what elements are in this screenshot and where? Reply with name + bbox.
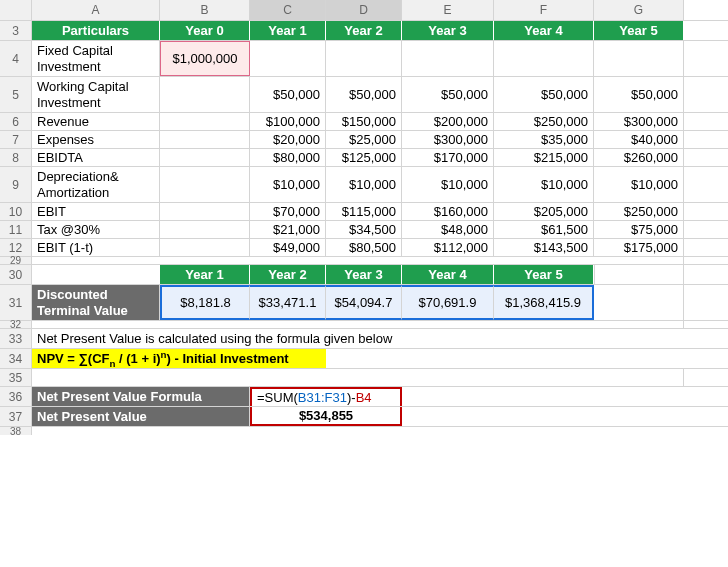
row-header-10[interactable]: 10 <box>0 203 32 220</box>
cell-npv-formula-text[interactable]: NPV = ∑(CFn / (1 + i)n) - Initial Invest… <box>32 349 326 368</box>
cell[interactable]: $250,000 <box>494 113 594 130</box>
cell[interactable]: $10,000 <box>326 167 402 202</box>
cell[interactable]: $300,000 <box>594 113 684 130</box>
row-header-7[interactable]: 7 <box>0 131 32 148</box>
cell[interactable] <box>160 149 250 166</box>
cell[interactable]: $250,000 <box>594 203 684 220</box>
row-header-29[interactable]: 29 <box>0 257 32 264</box>
row-header-5[interactable]: 5 <box>0 77 32 112</box>
cell[interactable]: $10,000 <box>594 167 684 202</box>
cell[interactable] <box>402 407 684 426</box>
cell[interactable] <box>326 369 402 386</box>
cell[interactable]: $75,000 <box>594 221 684 238</box>
cell[interactable] <box>160 131 250 148</box>
cell[interactable]: $54,094.7 <box>326 285 402 320</box>
cell-fixed-capital[interactable]: $1,000,000 <box>160 41 250 76</box>
row-header-3[interactable]: 3 <box>0 21 32 40</box>
cell[interactable] <box>594 265 684 284</box>
cell[interactable]: $175,000 <box>594 239 684 256</box>
row-header-33[interactable]: 33 <box>0 329 32 348</box>
row-header-6[interactable]: 6 <box>0 113 32 130</box>
cell-npv-formula[interactable]: =SUM(B31:F31)-B4 <box>250 387 402 406</box>
cell[interactable]: $80,000 <box>250 149 326 166</box>
cell[interactable] <box>160 369 250 386</box>
cell[interactable] <box>326 321 402 328</box>
row-header-38[interactable]: 38 <box>0 427 32 435</box>
cell[interactable]: $10,000 <box>250 167 326 202</box>
cell-label[interactable]: EBIT <box>32 203 160 220</box>
cell[interactable] <box>32 427 684 435</box>
cell[interactable] <box>160 113 250 130</box>
row-header-37[interactable]: 37 <box>0 407 32 426</box>
cell[interactable] <box>402 321 494 328</box>
cell-discounted-label[interactable]: Discounted Terminal Value <box>32 285 160 320</box>
row-header-8[interactable]: 8 <box>0 149 32 166</box>
cell[interactable]: $34,500 <box>326 221 402 238</box>
cell[interactable]: $260,000 <box>594 149 684 166</box>
cell[interactable] <box>32 265 160 284</box>
col-header-a[interactable]: A <box>32 0 160 20</box>
col-header-e[interactable]: E <box>402 0 494 20</box>
cell[interactable] <box>494 257 594 264</box>
cell[interactable]: $115,000 <box>326 203 402 220</box>
cell-npv-formula-label[interactable]: Net Present Value Formula <box>32 387 250 406</box>
cell[interactable]: $48,000 <box>402 221 494 238</box>
cell[interactable]: $50,000 <box>326 77 402 112</box>
cell[interactable]: $170,000 <box>402 149 494 166</box>
cell[interactable] <box>402 257 494 264</box>
cell[interactable]: $25,000 <box>326 131 402 148</box>
cell[interactable] <box>594 369 684 386</box>
col-header-b[interactable]: B <box>160 0 250 20</box>
cell[interactable]: $21,000 <box>250 221 326 238</box>
cell[interactable] <box>594 257 684 264</box>
col-header-g[interactable]: G <box>594 0 684 20</box>
cell[interactable] <box>402 41 494 76</box>
cell[interactable]: $70,000 <box>250 203 326 220</box>
row-header-30[interactable]: 30 <box>0 265 32 284</box>
col-header-f[interactable]: F <box>494 0 594 20</box>
cell[interactable]: $205,000 <box>494 203 594 220</box>
cell[interactable] <box>160 77 250 112</box>
row-header-4[interactable]: 4 <box>0 41 32 76</box>
cell[interactable]: $50,000 <box>402 77 494 112</box>
cell[interactable] <box>250 257 326 264</box>
cell-label[interactable]: Fixed Capital Investment <box>32 41 160 76</box>
cell-label[interactable]: Tax @30% <box>32 221 160 238</box>
cell[interactable]: $1,368,415.9 <box>494 285 594 320</box>
cell[interactable]: $50,000 <box>594 77 684 112</box>
cell[interactable]: $50,000 <box>494 77 594 112</box>
cell[interactable]: $8,181.8 <box>160 285 250 320</box>
cell[interactable]: $10,000 <box>494 167 594 202</box>
row-header-31[interactable]: 31 <box>0 285 32 320</box>
cell[interactable] <box>160 239 250 256</box>
cell[interactable] <box>250 369 326 386</box>
cell-label[interactable]: Depreciation& Amortization <box>32 167 160 202</box>
cell[interactable]: $160,000 <box>402 203 494 220</box>
cell[interactable]: $150,000 <box>326 113 402 130</box>
cell[interactable] <box>494 321 594 328</box>
cell[interactable] <box>402 387 684 406</box>
col-header-d[interactable]: D <box>326 0 402 20</box>
cell-label[interactable]: Expenses <box>32 131 160 148</box>
cell[interactable] <box>32 257 160 264</box>
cell[interactable]: $49,000 <box>250 239 326 256</box>
cell-npv-value[interactable]: $534,855 <box>250 407 402 426</box>
cell[interactable] <box>160 221 250 238</box>
cell[interactable] <box>160 321 250 328</box>
cell[interactable]: $20,000 <box>250 131 326 148</box>
cell[interactable] <box>326 349 684 368</box>
row-header-35[interactable]: 35 <box>0 369 32 386</box>
col-header-c[interactable]: C <box>250 0 326 20</box>
cell[interactable] <box>32 321 160 328</box>
cell-npv-value-label[interactable]: Net Present Value <box>32 407 250 426</box>
row-header-9[interactable]: 9 <box>0 167 32 202</box>
cell[interactable] <box>160 257 250 264</box>
cell[interactable] <box>402 369 494 386</box>
spreadsheet-grid[interactable]: A B C D E F G 3 Particulars Year 0 Year … <box>0 0 728 435</box>
cell[interactable]: $112,000 <box>402 239 494 256</box>
cell[interactable] <box>250 321 326 328</box>
row-header-36[interactable]: 36 <box>0 387 32 406</box>
cell[interactable]: $70,691.9 <box>402 285 494 320</box>
cell[interactable]: $80,500 <box>326 239 402 256</box>
cell[interactable]: $35,000 <box>494 131 594 148</box>
